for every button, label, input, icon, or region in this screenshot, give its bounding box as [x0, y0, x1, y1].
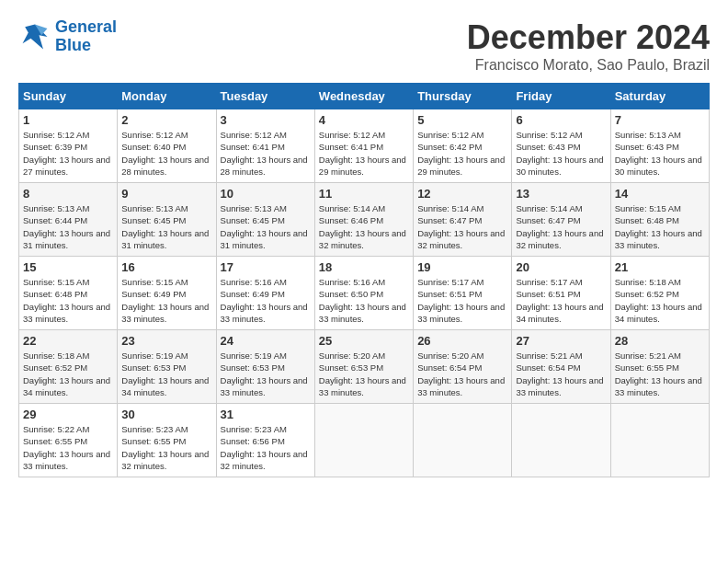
day-info: Sunrise: 5:21 AMSunset: 6:54 PMDaylight:…: [516, 350, 606, 398]
day-info: Sunrise: 5:14 AMSunset: 6:47 PMDaylight:…: [516, 202, 606, 251]
calendar-cell: 7Sunrise: 5:13 AMSunset: 6:43 PMDaylight…: [610, 109, 709, 183]
calendar-header: SundayMondayTuesdayWednesdayThursdayFrid…: [19, 84, 710, 109]
calendar-cell: 8Sunrise: 5:13 AMSunset: 6:44 PMDaylight…: [19, 183, 118, 257]
day-number: 3: [221, 113, 311, 127]
calendar-cell: 28Sunrise: 5:21 AMSunset: 6:55 PMDayligh…: [610, 330, 709, 404]
weekday-header: Tuesday: [216, 84, 314, 109]
day-info: Sunrise: 5:23 AMSunset: 6:56 PMDaylight:…: [221, 423, 311, 472]
weekday-header: Monday: [118, 84, 216, 109]
day-number: 15: [23, 260, 113, 274]
day-info: Sunrise: 5:23 AMSunset: 6:55 PMDaylight:…: [121, 423, 211, 472]
calendar-cell: 16Sunrise: 5:15 AMSunset: 6:49 PMDayligh…: [118, 257, 216, 330]
calendar-cell: [512, 404, 610, 477]
day-info: Sunrise: 5:18 AMSunset: 6:52 PMDaylight:…: [23, 350, 113, 398]
day-number: 13: [516, 187, 606, 201]
day-info: Sunrise: 5:13 AMSunset: 6:45 PMDaylight:…: [121, 202, 211, 251]
calendar-cell: 15Sunrise: 5:15 AMSunset: 6:48 PMDayligh…: [19, 257, 118, 330]
day-number: 14: [615, 187, 705, 201]
weekday-header: Wednesday: [314, 84, 413, 109]
calendar-cell: 31Sunrise: 5:23 AMSunset: 6:56 PMDayligh…: [216, 404, 314, 477]
calendar-cell: 30Sunrise: 5:23 AMSunset: 6:55 PMDayligh…: [118, 404, 216, 477]
calendar-cell: 2Sunrise: 5:12 AMSunset: 6:40 PMDaylight…: [118, 109, 216, 183]
title-block: December 2024 Francisco Morato, Sao Paul…: [467, 18, 710, 74]
day-number: 5: [417, 113, 507, 127]
calendar-week-row: 22Sunrise: 5:18 AMSunset: 6:52 PMDayligh…: [19, 330, 710, 404]
calendar-cell: 17Sunrise: 5:16 AMSunset: 6:49 PMDayligh…: [216, 257, 314, 330]
calendar-cell: 20Sunrise: 5:17 AMSunset: 6:51 PMDayligh…: [512, 257, 610, 330]
calendar-cell: 11Sunrise: 5:14 AMSunset: 6:46 PMDayligh…: [314, 183, 413, 257]
calendar-week-row: 15Sunrise: 5:15 AMSunset: 6:48 PMDayligh…: [19, 257, 710, 330]
day-info: Sunrise: 5:12 AMSunset: 6:39 PMDaylight:…: [23, 129, 113, 178]
day-info: Sunrise: 5:16 AMSunset: 6:49 PMDaylight:…: [221, 276, 311, 325]
logo-icon: [18, 20, 51, 53]
calendar-cell: 4Sunrise: 5:12 AMSunset: 6:41 PMDaylight…: [314, 109, 413, 183]
day-number: 18: [319, 260, 409, 274]
day-info: Sunrise: 5:13 AMSunset: 6:44 PMDaylight:…: [23, 202, 113, 251]
day-number: 26: [417, 334, 507, 348]
day-info: Sunrise: 5:17 AMSunset: 6:51 PMDaylight:…: [516, 276, 606, 325]
logo: General Blue: [18, 18, 117, 55]
calendar-cell: 1Sunrise: 5:12 AMSunset: 6:39 PMDaylight…: [19, 109, 118, 183]
day-info: Sunrise: 5:14 AMSunset: 6:46 PMDaylight:…: [319, 202, 409, 251]
day-number: 11: [319, 187, 409, 201]
calendar-cell: [314, 404, 413, 477]
day-number: 30: [121, 408, 211, 421]
day-number: 7: [615, 113, 705, 127]
day-number: 12: [417, 187, 507, 201]
day-info: Sunrise: 5:15 AMSunset: 6:48 PMDaylight:…: [615, 202, 705, 251]
weekday-header: Saturday: [610, 84, 709, 109]
calendar-cell: [610, 404, 709, 477]
day-info: Sunrise: 5:18 AMSunset: 6:52 PMDaylight:…: [615, 276, 705, 325]
calendar-cell: 3Sunrise: 5:12 AMSunset: 6:41 PMDaylight…: [216, 109, 314, 183]
weekday-header: Friday: [512, 84, 610, 109]
calendar-cell: 26Sunrise: 5:20 AMSunset: 6:54 PMDayligh…: [414, 330, 512, 404]
day-info: Sunrise: 5:12 AMSunset: 6:42 PMDaylight:…: [417, 129, 507, 178]
logo-text: General Blue: [55, 18, 117, 55]
header-row: SundayMondayTuesdayWednesdayThursdayFrid…: [19, 84, 710, 109]
calendar-week-row: 29Sunrise: 5:22 AMSunset: 6:55 PMDayligh…: [19, 404, 710, 477]
calendar-cell: 14Sunrise: 5:15 AMSunset: 6:48 PMDayligh…: [610, 183, 709, 257]
calendar-cell: 6Sunrise: 5:12 AMSunset: 6:43 PMDaylight…: [512, 109, 610, 183]
calendar-cell: 19Sunrise: 5:17 AMSunset: 6:51 PMDayligh…: [414, 257, 512, 330]
day-number: 16: [121, 260, 211, 274]
day-info: Sunrise: 5:12 AMSunset: 6:40 PMDaylight:…: [121, 129, 211, 178]
calendar-cell: 10Sunrise: 5:13 AMSunset: 6:45 PMDayligh…: [216, 183, 314, 257]
calendar-cell: 24Sunrise: 5:19 AMSunset: 6:53 PMDayligh…: [216, 330, 314, 404]
location-title: Francisco Morato, Sao Paulo, Brazil: [467, 57, 710, 74]
day-info: Sunrise: 5:12 AMSunset: 6:41 PMDaylight:…: [319, 129, 409, 178]
calendar-cell: [414, 404, 512, 477]
page-header: General Blue December 2024 Francisco Mor…: [18, 18, 710, 74]
day-number: 24: [221, 334, 311, 348]
day-info: Sunrise: 5:12 AMSunset: 6:43 PMDaylight:…: [516, 129, 606, 178]
calendar-cell: 5Sunrise: 5:12 AMSunset: 6:42 PMDaylight…: [414, 109, 512, 183]
calendar-table: SundayMondayTuesdayWednesdayThursdayFrid…: [18, 83, 710, 477]
calendar-cell: 9Sunrise: 5:13 AMSunset: 6:45 PMDaylight…: [118, 183, 216, 257]
day-number: 31: [221, 408, 311, 421]
calendar-cell: 21Sunrise: 5:18 AMSunset: 6:52 PMDayligh…: [610, 257, 709, 330]
day-info: Sunrise: 5:16 AMSunset: 6:50 PMDaylight:…: [319, 276, 409, 325]
weekday-header: Thursday: [414, 84, 512, 109]
day-info: Sunrise: 5:20 AMSunset: 6:54 PMDaylight:…: [417, 350, 507, 398]
calendar-cell: 25Sunrise: 5:20 AMSunset: 6:53 PMDayligh…: [314, 330, 413, 404]
day-info: Sunrise: 5:22 AMSunset: 6:55 PMDaylight:…: [23, 423, 113, 472]
day-number: 21: [615, 260, 705, 274]
calendar-cell: 12Sunrise: 5:14 AMSunset: 6:47 PMDayligh…: [414, 183, 512, 257]
calendar-cell: 29Sunrise: 5:22 AMSunset: 6:55 PMDayligh…: [19, 404, 118, 477]
day-info: Sunrise: 5:15 AMSunset: 6:48 PMDaylight:…: [23, 276, 113, 325]
day-number: 4: [319, 113, 409, 127]
day-info: Sunrise: 5:17 AMSunset: 6:51 PMDaylight:…: [417, 276, 507, 325]
day-info: Sunrise: 5:19 AMSunset: 6:53 PMDaylight:…: [221, 350, 311, 398]
calendar-cell: 13Sunrise: 5:14 AMSunset: 6:47 PMDayligh…: [512, 183, 610, 257]
weekday-header: Sunday: [19, 84, 118, 109]
day-number: 1: [23, 113, 113, 127]
calendar-cell: 23Sunrise: 5:19 AMSunset: 6:53 PMDayligh…: [118, 330, 216, 404]
day-number: 10: [221, 187, 311, 201]
day-number: 2: [121, 113, 211, 127]
day-info: Sunrise: 5:19 AMSunset: 6:53 PMDaylight:…: [121, 350, 211, 398]
day-number: 6: [516, 113, 606, 127]
day-info: Sunrise: 5:13 AMSunset: 6:45 PMDaylight:…: [221, 202, 311, 251]
day-info: Sunrise: 5:13 AMSunset: 6:43 PMDaylight:…: [615, 129, 705, 178]
calendar-week-row: 1Sunrise: 5:12 AMSunset: 6:39 PMDaylight…: [19, 109, 710, 183]
day-info: Sunrise: 5:14 AMSunset: 6:47 PMDaylight:…: [417, 202, 507, 251]
day-number: 28: [615, 334, 705, 348]
